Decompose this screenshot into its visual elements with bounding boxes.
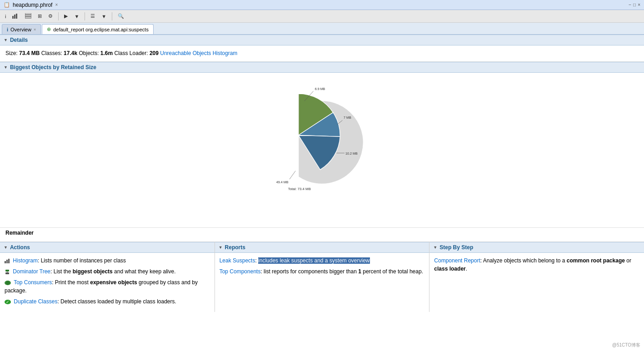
svg-rect-10 bbox=[5, 272, 9, 274]
step-desc1: : Analyze objects which belong to a bbox=[480, 257, 567, 264]
chart-label-4: 49.4 MB bbox=[276, 180, 288, 184]
tab-overview[interactable]: i Overview × bbox=[2, 24, 41, 34]
step-arrow[interactable]: ▼ bbox=[433, 245, 437, 250]
bottom-section: ▼ Actions Histogram: Lists number of ins… bbox=[0, 241, 644, 312]
tab-default-report[interactable]: ⊕ default_report org.eclipse.mat.api:sus… bbox=[42, 24, 154, 34]
reports-content: Leak Suspects: includes leak suspects an… bbox=[215, 253, 429, 282]
close-btn[interactable]: × bbox=[638, 2, 640, 7]
title-bar: 📋 heapdump.phrof × − □ × bbox=[0, 0, 644, 10]
run-btn[interactable]: ▶ bbox=[62, 12, 70, 20]
actions-arrow[interactable]: ▼ bbox=[4, 245, 8, 250]
step-content: Component Report: Analyze objects which … bbox=[429, 253, 644, 279]
actions-title: Actions bbox=[10, 244, 30, 251]
reports-arrow[interactable]: ▼ bbox=[219, 245, 223, 250]
dropdown2-btn[interactable]: ▼ bbox=[99, 12, 109, 20]
components-desc: : list reports for components bigger tha… bbox=[260, 268, 358, 275]
tab-overview-close[interactable]: × bbox=[34, 27, 36, 32]
actions-header: ▼ Actions bbox=[0, 242, 215, 253]
remainder-label: Remainder bbox=[0, 228, 644, 241]
chart-container: 6.9 MB 7 MB 10.2 MB 49.4 MB Total: 73.4 … bbox=[5, 82, 639, 218]
maximize-btn[interactable]: □ bbox=[633, 2, 636, 7]
step-title: Step By Step bbox=[439, 244, 473, 251]
app-icon: 📋 bbox=[4, 2, 10, 8]
dominator-link[interactable]: Dominator Tree bbox=[13, 268, 50, 275]
classes-value: 17.4k bbox=[64, 50, 77, 56]
tab-bar: i Overview × ⊕ default_report org.eclips… bbox=[0, 23, 644, 35]
details-title: Details bbox=[10, 37, 28, 43]
svg-rect-4 bbox=[25, 15, 31, 16]
settings-btn[interactable]: ⚙ bbox=[46, 12, 55, 20]
component-report-link[interactable]: Component Report bbox=[434, 257, 480, 264]
step-component-report: Component Report: Analyze objects which … bbox=[434, 256, 639, 273]
svg-rect-3 bbox=[25, 13, 31, 15]
chart-label-2: 7 MB bbox=[344, 116, 351, 120]
svg-rect-1 bbox=[14, 15, 15, 19]
size-bold: 73.4 MB bbox=[19, 50, 40, 56]
label-line-4 bbox=[290, 171, 295, 179]
grid-btn[interactable]: ⊞ bbox=[35, 12, 44, 20]
svg-rect-7 bbox=[6, 260, 8, 263]
histogram-icon bbox=[5, 259, 10, 263]
leak-suspects-link[interactable]: Leak Suspects bbox=[220, 257, 255, 264]
chart-label-3: 10.2 MB bbox=[345, 151, 358, 156]
tab-report-label: default_report org.eclipse.mat.api:suspe… bbox=[53, 27, 149, 32]
biggest-title: Biggest Objects by Retained Size bbox=[10, 64, 96, 70]
toolbar-sep1 bbox=[58, 12, 59, 20]
report-leak: Leak Suspects: includes leak suspects an… bbox=[220, 256, 425, 265]
dominator-desc: : List the bbox=[50, 268, 73, 275]
details-info: Size: 73.4 MB Classes: 17.4k Objects: 1.… bbox=[5, 49, 639, 58]
details-section-header: ▼ Details bbox=[0, 35, 644, 45]
unreachable-link[interactable]: Unreachable Objects Histogram bbox=[160, 50, 237, 56]
details-arrow[interactable]: ▼ bbox=[4, 38, 8, 42]
dominator-desc2: and what they keep alive. bbox=[113, 268, 176, 275]
histogram-btn[interactable] bbox=[10, 12, 21, 21]
step-header: ▼ Step By Step bbox=[429, 242, 644, 253]
actions-content: Histogram: Lists number of instances per… bbox=[0, 253, 215, 312]
classloader-label: Class Loader: bbox=[115, 50, 150, 56]
title-bar-left: 📋 heapdump.phrof × bbox=[4, 2, 58, 8]
classloader-value: 209 bbox=[150, 50, 159, 56]
tab-overview-icon: i bbox=[7, 27, 8, 32]
histogram-link[interactable]: Histogram bbox=[13, 257, 38, 264]
action-duplicate: ✓ Duplicate Classes: Detect classes load… bbox=[5, 297, 210, 306]
duplicate-desc: : Detect classes loaded by multiple clas… bbox=[57, 298, 176, 305]
report-components: Top Components: list reports for compone… bbox=[220, 267, 425, 276]
menu-btn[interactable]: ☰ bbox=[88, 12, 97, 20]
svg-rect-2 bbox=[16, 14, 17, 19]
svg-rect-5 bbox=[25, 17, 31, 18]
reports-column: ▼ Reports Leak Suspects: includes leak s… bbox=[215, 242, 430, 312]
consumers-link[interactable]: Top Consumers bbox=[14, 279, 52, 286]
svg-rect-0 bbox=[12, 16, 14, 19]
biggest-objects-header: ▼ Biggest Objects by Retained Size bbox=[0, 62, 644, 73]
duplicate-link[interactable]: Duplicate Classes bbox=[14, 298, 57, 305]
step-bold2: class loader bbox=[434, 266, 465, 272]
dominator-bold: biggest objects bbox=[73, 268, 113, 275]
classes-label: Classes: bbox=[41, 50, 64, 56]
info-btn[interactable]: i bbox=[3, 12, 8, 20]
table-btn[interactable] bbox=[23, 12, 34, 21]
biggest-arrow[interactable]: ▼ bbox=[4, 65, 8, 70]
pie-chart: 6.9 MB 7 MB 10.2 MB 49.4 MB Total: 73.4 … bbox=[245, 82, 399, 218]
watermark: @51CTO博客 bbox=[612, 342, 640, 348]
search-btn[interactable]: 🔍 bbox=[115, 12, 126, 20]
objects-label: Objects: bbox=[79, 50, 100, 56]
dropdown-btn[interactable]: ▼ bbox=[72, 12, 81, 20]
dominator-icon bbox=[5, 270, 10, 274]
action-histogram: Histogram: Lists number of instances per… bbox=[5, 256, 210, 265]
toolbar-sep3 bbox=[112, 12, 112, 20]
toolbar: i ⊞ ⚙ ▶ ▼ ☰ ▼ 🔍 bbox=[0, 10, 644, 23]
tab-overview-label: Overview bbox=[10, 27, 31, 32]
consumers-icon bbox=[5, 281, 11, 285]
svg-rect-6 bbox=[5, 261, 6, 263]
top-components-link[interactable]: Top Components bbox=[220, 268, 261, 275]
components-desc2: percent of the total heap. bbox=[361, 268, 423, 275]
duplicate-icon: ✓ bbox=[5, 300, 11, 304]
title-bar-controls: − □ × bbox=[629, 2, 640, 7]
reports-header: ▼ Reports bbox=[215, 242, 429, 253]
actions-column: ▼ Actions Histogram: Lists number of ins… bbox=[0, 242, 215, 312]
minimize-btn[interactable]: − bbox=[629, 2, 631, 7]
histogram-desc: : Lists number of instances per class bbox=[38, 257, 126, 264]
consumers-bold: expensive objects bbox=[90, 279, 137, 286]
title-close-icon[interactable]: × bbox=[55, 2, 58, 7]
leak-highlight: includes leak suspects and a system over… bbox=[258, 257, 369, 264]
